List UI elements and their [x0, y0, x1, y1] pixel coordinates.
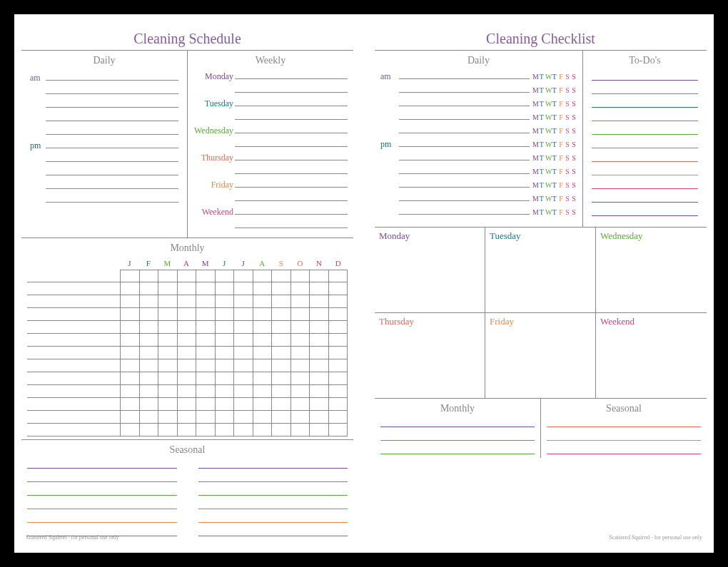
footer-credit-left: Scattered Squirrel · for personal use on… [26, 534, 119, 541]
month-cell [158, 398, 178, 411]
week-letter: S [565, 208, 570, 216]
month-cell [178, 347, 197, 359]
month-cell [234, 411, 253, 424]
week-letters: MTWTFSS [532, 86, 577, 94]
month-cell [234, 270, 253, 282]
week-letter: F [558, 86, 564, 94]
week-letter: T [539, 86, 545, 94]
week-cell: Thursday [375, 313, 485, 399]
week-letter: F [558, 168, 564, 175]
month-cell [310, 270, 329, 282]
pm-label: pm [30, 141, 46, 151]
month-cell [253, 398, 273, 411]
blank-line [235, 83, 348, 93]
todo-line [592, 111, 698, 121]
week-day-label: Weekend [600, 316, 702, 327]
week-day-label: Wednesday [600, 230, 702, 242]
seasonal-line [547, 417, 701, 427]
week-letter: M [532, 113, 538, 121]
daily-lines: am pm [27, 69, 181, 208]
month-cell [272, 424, 291, 436]
month-cell [120, 321, 140, 334]
todo-line [592, 98, 698, 108]
month-cell [272, 308, 291, 321]
week-letter: F [558, 73, 564, 81]
month-cell [216, 359, 235, 372]
week-letter: W [545, 181, 551, 189]
week-day-label: Thursday [379, 316, 480, 327]
week-letter: S [571, 127, 577, 135]
monthly-line [380, 417, 535, 427]
week-letter: T [539, 73, 545, 81]
week-letter: S [571, 100, 577, 108]
footer-credit-right: Scattered Squirrel · for personal use on… [609, 534, 702, 541]
month-cell [120, 347, 140, 359]
month-cell [178, 411, 197, 424]
month-cell [253, 295, 273, 308]
month-cell [272, 270, 291, 282]
month-cell [253, 334, 273, 347]
month-cell [272, 282, 291, 295]
blank-line [235, 69, 348, 79]
month-cell [272, 321, 291, 334]
right-page: Cleaning Checklist Daily amMTWTFSSMTWTFS… [375, 25, 707, 542]
week-letter: S [571, 141, 577, 148]
week-letters: MTWTFSS [532, 154, 577, 162]
monthly-cells: JFMAMJJASOND [120, 257, 348, 436]
month-cell [310, 334, 329, 347]
todo-line [592, 206, 698, 216]
month-cell [140, 308, 159, 321]
week-letter: S [565, 154, 570, 162]
bottom-row-right: Monthly Seasonal [375, 399, 707, 458]
week-letter: F [558, 127, 564, 135]
month-cell [158, 282, 178, 295]
monthly-task-line [27, 334, 120, 347]
week-letter: S [571, 113, 577, 121]
month-header: JFMAMJJASOND [120, 257, 348, 270]
week-letter: S [565, 73, 570, 81]
seasonal-label-r: Seasonal [547, 399, 701, 417]
todo-line [592, 84, 698, 94]
month-cell [140, 385, 159, 398]
week-letter: S [565, 181, 570, 189]
month-header-cell: J [120, 257, 139, 270]
week-letter: S [565, 86, 570, 94]
week-letter: T [552, 195, 557, 203]
week-letter: T [552, 127, 557, 135]
week-letter: T [552, 113, 557, 121]
blank-line [399, 191, 530, 201]
monthly-task-line [27, 308, 120, 321]
weekly-column: Weekly MondayTuesdayWednesdayThursdayFri… [187, 51, 353, 237]
month-cell [272, 334, 291, 347]
month-cell [234, 282, 253, 295]
blank-line [46, 98, 178, 108]
month-cell [234, 372, 253, 385]
week-letter: M [532, 208, 538, 216]
week-cell: Wednesday [596, 228, 707, 313]
week-letter: W [545, 154, 551, 162]
month-header-cell: A [177, 257, 196, 270]
monthly-task-line [27, 282, 120, 295]
month-header-cell: M [158, 257, 177, 270]
month-cell [253, 308, 273, 321]
month-cell [120, 270, 140, 282]
seasonal-line [198, 499, 348, 509]
todo-line [592, 138, 698, 148]
monthly-task-line [27, 411, 120, 424]
week-letter: S [565, 100, 570, 108]
blank-line [46, 165, 178, 175]
week-letter: F [558, 181, 564, 189]
month-cell [196, 385, 216, 398]
todo-line [592, 193, 698, 203]
day-label: Weekend [193, 207, 235, 218]
seasonal-line [198, 526, 348, 536]
month-cell [310, 359, 329, 372]
monthly-grid: JFMAMJJASOND [27, 257, 348, 436]
week-letter: S [565, 168, 570, 175]
todo-label: To-Do's [589, 51, 701, 69]
week-letter: S [565, 113, 570, 121]
monthly-task-line [27, 347, 120, 359]
week-letter: T [539, 208, 545, 216]
month-cell [178, 372, 197, 385]
month-cell [158, 347, 178, 359]
